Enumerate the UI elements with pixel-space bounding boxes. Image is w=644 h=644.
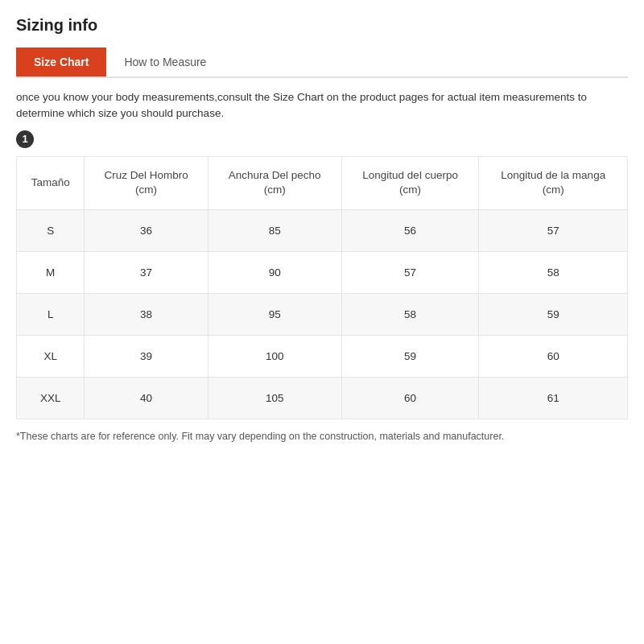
table-cell: 57 — [341, 252, 479, 294]
table-row: XXL401056061 — [17, 378, 628, 419]
table-row: L38955859 — [17, 294, 628, 336]
table-cell: 37 — [85, 252, 208, 294]
table-cell: M — [17, 252, 85, 294]
disclaimer-text: *These charts are for reference only. Fi… — [16, 431, 628, 442]
table-cell: S — [17, 210, 85, 252]
table-cell: 60 — [341, 378, 479, 419]
table-cell: 40 — [85, 378, 208, 419]
table-cell: 90 — [208, 252, 341, 294]
table-cell: 95 — [208, 294, 341, 336]
table-row: M37905758 — [17, 252, 628, 294]
table-body: S36855657M37905758L38955859XL391005960XX… — [17, 210, 628, 419]
tab-size-chart[interactable]: Size Chart — [16, 47, 106, 76]
table-cell: XL — [17, 336, 85, 378]
table-cell: 39 — [85, 336, 208, 378]
description-text: once you know your body measurements,con… — [16, 89, 628, 122]
table-cell: 105 — [208, 378, 341, 419]
size-table: TamañoCruz Del Hombro (cm)Anchura Del pe… — [16, 156, 628, 420]
table-header-cell: Longitud de la manga (cm) — [479, 156, 628, 210]
table-header-cell: Longitud del cuerpo (cm) — [341, 156, 479, 210]
table-cell: 60 — [479, 336, 628, 378]
table-cell: 58 — [479, 252, 628, 294]
table-row: S36855657 — [17, 210, 628, 252]
table-cell: 100 — [208, 336, 341, 378]
tabs-container: Size Chart How to Measure — [16, 47, 628, 78]
table-row: XL391005960 — [17, 336, 628, 378]
page-title: Sizing info — [16, 16, 628, 35]
table-cell: 85 — [208, 210, 341, 252]
table-cell: 38 — [85, 294, 208, 336]
table-cell: 57 — [479, 210, 628, 252]
table-cell: 61 — [479, 378, 628, 419]
table-header-cell: Anchura Del pecho (cm) — [208, 156, 341, 210]
tab-how-to-measure[interactable]: How to Measure — [106, 47, 224, 76]
step-badge: 1 — [16, 130, 34, 148]
table-header-cell: Cruz Del Hombro (cm) — [85, 156, 208, 210]
table-header-row: TamañoCruz Del Hombro (cm)Anchura Del pe… — [17, 156, 628, 210]
table-cell: L — [17, 294, 85, 336]
table-header-cell: Tamaño — [17, 156, 85, 210]
table-cell: 58 — [341, 294, 479, 336]
table-cell: 56 — [341, 210, 479, 252]
table-cell: 36 — [85, 210, 208, 252]
table-cell: XXL — [17, 378, 85, 419]
table-cell: 59 — [341, 336, 479, 378]
table-cell: 59 — [479, 294, 628, 336]
